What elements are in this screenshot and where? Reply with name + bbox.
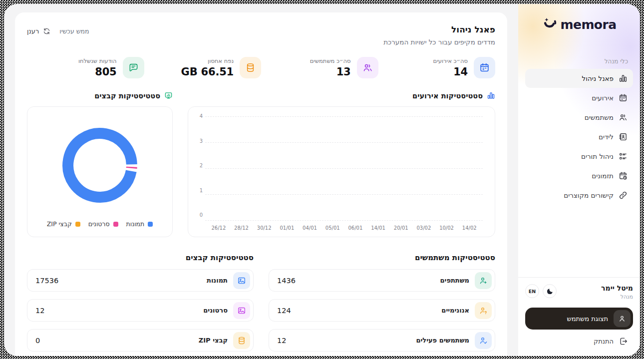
sidebar-item-label: משתמשים <box>585 113 614 121</box>
refresh-button[interactable]: רענן <box>27 27 50 35</box>
logout-button[interactable]: התנתק <box>525 337 633 346</box>
events-bar-chart: 01234 26/1228/1230/1201/0104/0105/0106/0… <box>188 106 495 237</box>
sidebar-item[interactable]: לידים <box>525 127 633 146</box>
list-row-value: 0 <box>35 337 40 345</box>
y-axis-tick: 2 <box>200 163 203 168</box>
user-view-button[interactable]: תצוגת משתמש <box>525 308 633 330</box>
refresh-label: רענן <box>27 27 39 35</box>
y-axis-tick: 3 <box>200 139 203 144</box>
user-plus-icon <box>479 276 488 285</box>
calendar-clock-icon <box>619 171 628 180</box>
language-button[interactable]: EN <box>525 284 539 298</box>
x-axis-tick: 28/12 <box>230 225 253 231</box>
stat-label: סה״כ משתמשים <box>310 57 351 64</box>
database-icon <box>237 336 246 345</box>
sidebar-item[interactable]: קישורים מקוצרים <box>525 186 633 205</box>
bar-chart-y-axis: 01234 <box>195 117 205 216</box>
sidebar-item[interactable]: תזמונים <box>525 166 633 185</box>
list-row-label: אנונימיים <box>441 307 469 314</box>
list-row-label: משתמשים פעילים <box>416 337 469 344</box>
y-axis-tick: 0 <box>200 213 203 218</box>
users-list-title: סטטיסטיקות משתמשים <box>269 253 495 262</box>
legend-swatch <box>148 222 153 227</box>
stat-label: הודעות שנשלחו <box>78 57 117 64</box>
sidebar-spacer <box>525 205 633 277</box>
sidebar-divider <box>518 277 640 278</box>
user-view-label: תצוגת משתמש <box>567 315 608 323</box>
stat-value: 14 <box>433 66 468 78</box>
image-icon <box>237 276 246 285</box>
brand-name: memora <box>561 17 617 32</box>
database-icon <box>245 62 256 73</box>
stat-value: 13 <box>310 66 351 78</box>
sidebar-item-label: אירועים <box>592 94 614 102</box>
contact-book-icon <box>619 132 628 141</box>
stat-label: סה״כ אירועים <box>433 57 468 64</box>
files-section-header: סטטיסטיקות קבצים <box>27 91 173 100</box>
link-icon <box>619 191 628 200</box>
user-row: מיטל יימר מנהל EN <box>525 284 633 300</box>
stat-text: סה״כ משתמשים13 <box>310 57 351 78</box>
files-stats-section: סטטיסטיקות קבצים תמונותסרטוניםקבצי ZIP <box>27 91 173 237</box>
monitor-chart-icon <box>164 91 173 100</box>
calendar-icon <box>619 93 628 102</box>
files-list-title: סטטיסטיקות קבצים <box>27 253 254 262</box>
stat-card: נפח אחסון66.51 GB <box>144 57 262 78</box>
sidebar-item[interactable]: ניהול תורים <box>525 147 633 166</box>
moon-icon <box>546 288 554 295</box>
y-axis-tick: 4 <box>200 114 203 119</box>
brand-logo[interactable]: memora <box>542 17 617 32</box>
calendar-icon <box>479 62 490 73</box>
page-title: פאנל ניהול <box>383 24 495 34</box>
user-check-icon <box>479 336 488 345</box>
stat-text: הודעות שנשלחו805 <box>78 57 117 78</box>
stat-chip <box>474 57 495 78</box>
app-window: memora כלי מנהל פאנל ניהולאירועיםמשתמשים… <box>4 4 640 356</box>
user-icon <box>618 315 626 323</box>
stat-card: סה״כ אירועים14 <box>378 57 496 78</box>
legend-label: סרטונים <box>88 220 110 228</box>
legend-label: תמונות <box>126 220 145 228</box>
list-row-chip <box>475 302 492 319</box>
stat-value: 66.51 GB <box>181 66 234 78</box>
sidebar-item[interactable]: אירועים <box>525 88 633 107</box>
list-row: קבצי ZIP0 <box>27 329 254 352</box>
sidebar-nav: פאנל ניהולאירועיםמשתמשיםלידיםניהול תורים… <box>525 69 633 205</box>
last-updated-label: ממש עכשיו <box>59 27 89 35</box>
list-row-label: תמונות <box>207 277 228 284</box>
stat-card: הודעות שנשלחו805 <box>27 57 144 78</box>
sidebar-item-label: ניהול תורים <box>581 152 614 160</box>
stat-text: סה״כ אירועים14 <box>433 57 468 78</box>
logout-label: התנתק <box>594 338 614 345</box>
legend-swatch <box>75 222 80 227</box>
sidebar-item[interactable]: משתמשים <box>525 108 633 127</box>
user-name: מיטל יימר <box>601 284 633 292</box>
stat-chip <box>123 57 144 78</box>
lists-grid: סטטיסטיקות משתמשים משתתפים1436אנונימיים1… <box>27 253 495 356</box>
image-icon <box>237 306 246 315</box>
events-section-title: סטטיסטיקות אירועים <box>412 92 483 100</box>
files-donut-chart: תמונותסרטוניםקבצי ZIP <box>27 106 173 237</box>
x-axis-tick: 10/02 <box>435 225 458 231</box>
stat-chip <box>357 57 378 78</box>
users-icon <box>619 113 628 122</box>
sidebar-item[interactable]: פאנל ניהול <box>525 69 633 88</box>
sidebar-section-label: כלי מנהל <box>530 58 628 65</box>
bar-chart-plot: 26/1228/1230/1201/0104/0105/0106/0114/01… <box>205 117 483 231</box>
x-axis-tick: 01/01 <box>276 225 299 231</box>
user-role: מנהל <box>601 294 633 300</box>
stat-chip <box>240 57 261 78</box>
x-axis-tick: 26/12 <box>207 225 230 231</box>
users-list-rows: משתתפים1436אנונימיים124משתמשים פעילים12 <box>269 269 495 352</box>
list-row-chip <box>475 332 492 349</box>
events-stats-section: סטטיסטיקות אירועים 01234 26/1228/1230/12… <box>188 91 495 237</box>
x-axis-tick: 03/02 <box>412 225 435 231</box>
files-list-rows: תמונות17536סרטונים12קבצי ZIP0 <box>27 269 254 352</box>
events-section-header: סטטיסטיקות אירועים <box>188 91 495 100</box>
logout-icon <box>619 337 628 346</box>
theme-toggle-button[interactable] <box>543 284 557 298</box>
x-axis-tick: 14/01 <box>367 225 390 231</box>
x-axis-tick: 05/01 <box>321 225 344 231</box>
files-list-section: סטטיסטיקות קבצים תמונות17536סרטונים12קבצ… <box>27 253 254 356</box>
donut-plot <box>55 121 144 210</box>
